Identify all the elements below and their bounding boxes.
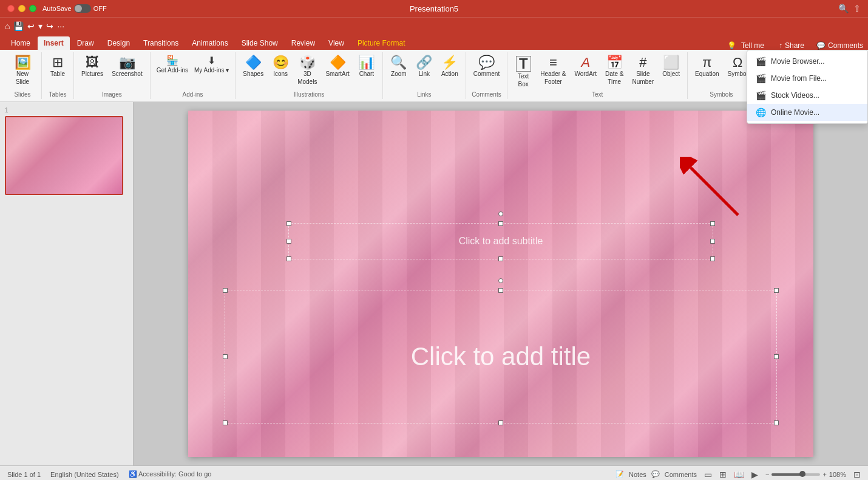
- screenshot-button[interactable]: 📷 Screenshot: [108, 53, 146, 80]
- zoom-slider[interactable]: [771, 473, 820, 476]
- handle-tl-subtitle[interactable]: [287, 221, 291, 226]
- handle-bc-subtitle[interactable]: [498, 256, 503, 261]
- zoom-level[interactable]: 108%: [829, 471, 846, 478]
- handle-tr-title[interactable]: [774, 288, 779, 293]
- link-button[interactable]: 🔗 Link: [412, 53, 436, 80]
- ribbon-group-slides: 🖼️ New Slide Slides: [4, 52, 42, 99]
- equation-button[interactable]: π Equation: [691, 53, 722, 80]
- search-icon[interactable]: 🔍: [838, 4, 849, 13]
- tab-insert[interactable]: Insert: [38, 36, 70, 50]
- handle-bl-title[interactable]: [223, 420, 228, 425]
- maximize-button[interactable]: [29, 5, 36, 12]
- undo-icon[interactable]: ↩: [27, 21, 35, 31]
- subtitle-placeholder[interactable]: Click to add subtitle: [459, 236, 543, 247]
- share-icon[interactable]: ⇧: [853, 4, 861, 13]
- status-right: 📝 Notes 💬 Comments ▭ ⊞ 📖 ▶ − + 108% ⊡: [615, 470, 861, 479]
- zoom-button[interactable]: 🔍 Zoom: [387, 53, 411, 80]
- handle-mr-subtitle[interactable]: [710, 239, 715, 244]
- get-addins-button[interactable]: 🏪 Get Add-ins: [154, 53, 191, 75]
- pictures-button[interactable]: 🖼 Pictures: [78, 53, 107, 80]
- handle-ml-subtitle[interactable]: [287, 239, 291, 244]
- tab-picture-format[interactable]: Picture Format: [351, 36, 412, 50]
- slide-canvas[interactable]: Click to add subtitle Click to add title: [188, 111, 813, 457]
- tab-view[interactable]: View: [322, 36, 350, 50]
- handle-tc-subtitle[interactable]: [498, 221, 503, 226]
- handle-tc-title[interactable]: [498, 288, 503, 293]
- handle-br-subtitle[interactable]: [710, 256, 715, 261]
- textbox-icon: T: [516, 56, 531, 72]
- handle-tr-subtitle[interactable]: [710, 221, 715, 226]
- undo-history-icon[interactable]: ▾: [38, 21, 42, 31]
- header-footer-button[interactable]: ≡ Header & Footer: [537, 53, 569, 87]
- tell-me-icon: 💡: [727, 41, 736, 50]
- equation-icon: π: [702, 56, 711, 69]
- zoom-control: − + 108%: [765, 471, 846, 478]
- action-button[interactable]: ⚡ Action: [438, 53, 462, 80]
- rotate-handle-title[interactable]: [498, 278, 503, 283]
- handle-tl-title[interactable]: [223, 288, 228, 293]
- tab-home[interactable]: Home: [5, 36, 36, 50]
- 3dmodels-button[interactable]: 🎲 3D Models: [294, 53, 320, 87]
- title-placeholder[interactable]: Click to add title: [411, 342, 591, 371]
- autosave-area: AutoSave OFF: [42, 4, 107, 13]
- pictures-icon: 🖼: [86, 56, 99, 69]
- handle-mr-title[interactable]: [774, 354, 779, 359]
- movie-from-file-item[interactable]: 🎬 Movie from File...: [747, 70, 867, 87]
- table-button[interactable]: ⊞ Table: [46, 53, 70, 80]
- links-group-label: Links: [417, 91, 431, 98]
- tab-design[interactable]: Design: [101, 36, 136, 50]
- autosave-toggle[interactable]: [74, 4, 91, 13]
- object-button[interactable]: ⬜ Object: [659, 53, 683, 80]
- accessibility-icon: ♿: [129, 470, 137, 478]
- tab-transitions[interactable]: Transitions: [137, 36, 185, 50]
- close-button[interactable]: [7, 5, 15, 12]
- stock-videos-item[interactable]: 🎬 Stock Videos...: [747, 87, 867, 104]
- more-options-icon[interactable]: ···: [57, 21, 64, 31]
- share-button[interactable]: ↑ Share: [779, 41, 804, 50]
- handle-bl-subtitle[interactable]: [287, 256, 291, 261]
- normal-view-icon[interactable]: ▭: [704, 470, 712, 479]
- online-movie-item[interactable]: 🌐 Online Movie...: [747, 104, 867, 121]
- wordart-button[interactable]: A WordArt: [571, 53, 600, 80]
- tab-review[interactable]: Review: [285, 36, 321, 50]
- reading-view-icon[interactable]: 📖: [734, 470, 744, 479]
- tell-me-label[interactable]: Tell me: [741, 41, 764, 50]
- comments-status-icon: 💬: [651, 470, 660, 478]
- slide-thumbnail[interactable]: [5, 116, 123, 195]
- ribbon-group-illustrations: 🔷 Shapes 😊 Icons 🎲 3D Models 🔶 SmartArt …: [236, 52, 383, 99]
- addins-group-label: Add-ins: [183, 91, 203, 98]
- comments-status-button[interactable]: Comments: [665, 471, 697, 478]
- minimize-button[interactable]: [18, 5, 25, 12]
- save-icon[interactable]: 💾: [13, 21, 24, 31]
- slide-number-button[interactable]: # Slide Number: [629, 53, 658, 87]
- chart-button[interactable]: 📊 Chart: [354, 53, 379, 80]
- smartart-button[interactable]: 🔶 SmartArt: [322, 53, 353, 80]
- comment-button[interactable]: 💬 Comment: [470, 53, 503, 80]
- icons-button[interactable]: 😊 Icons: [268, 53, 293, 80]
- tab-animations[interactable]: Animations: [186, 36, 234, 50]
- zoom-out-icon[interactable]: −: [765, 471, 769, 478]
- movie-browser-item[interactable]: 🎬 Movie Browser...: [747, 53, 867, 70]
- autosave-label: AutoSave: [42, 5, 72, 12]
- my-addins-icon: ⬇: [208, 55, 215, 66]
- handle-bc-title[interactable]: [498, 420, 503, 425]
- handle-ml-title[interactable]: [223, 354, 228, 359]
- notes-button[interactable]: Notes: [629, 471, 646, 478]
- comments-ribbon-button[interactable]: 💬 Comments: [816, 41, 863, 50]
- handle-br-title[interactable]: [774, 420, 779, 425]
- my-addins-button[interactable]: ⬇ My Add-ins ▾: [192, 53, 231, 75]
- textbox-button[interactable]: T Text Box: [511, 53, 535, 90]
- rotate-handle-subtitle[interactable]: [498, 211, 503, 216]
- fit-window-icon[interactable]: ⊡: [853, 470, 861, 479]
- tab-draw[interactable]: Draw: [71, 36, 100, 50]
- date-time-button[interactable]: 📅 Date & Time: [602, 53, 628, 87]
- redo-icon[interactable]: ↪: [46, 21, 53, 31]
- home-nav-icon[interactable]: ⌂: [5, 21, 10, 31]
- zoom-in-icon[interactable]: +: [822, 471, 826, 478]
- shapes-button[interactable]: 🔷 Shapes: [239, 53, 267, 80]
- tab-slideshow[interactable]: Slide Show: [236, 36, 284, 50]
- slide-sorter-icon[interactable]: ⊞: [719, 470, 727, 479]
- slideshow-view-icon[interactable]: ▶: [751, 470, 758, 479]
- new-slide-button[interactable]: 🖼️ New Slide: [7, 53, 38, 87]
- tables-group-label: Tables: [49, 91, 67, 98]
